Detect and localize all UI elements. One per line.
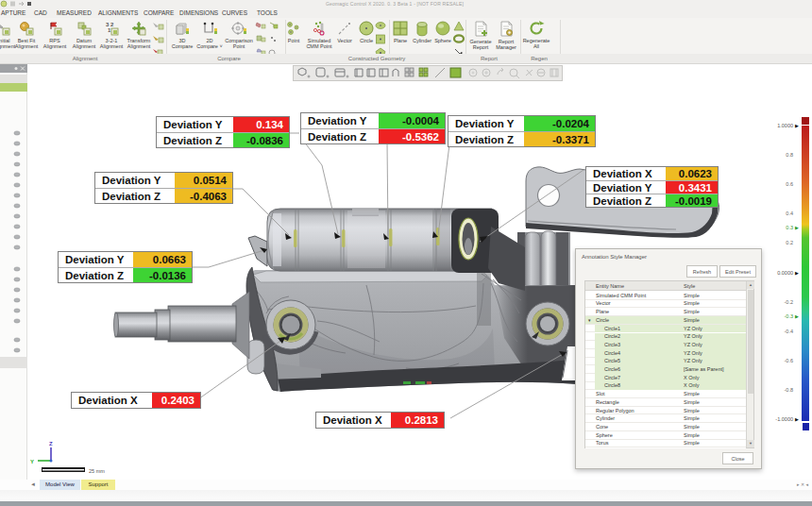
svg-text:1: 1 bbox=[108, 27, 111, 33]
svg-text:Y: Y bbox=[30, 459, 34, 464]
svg-text:Z: Z bbox=[49, 441, 53, 447]
svg-text:25 mm: 25 mm bbox=[89, 468, 105, 474]
